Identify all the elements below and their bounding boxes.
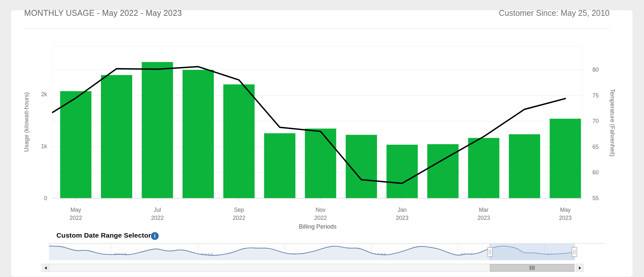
scrollbar-grip-icon xyxy=(529,266,535,270)
page-title: MONTHLY USAGE - May 2022 - May 2023 xyxy=(24,8,182,18)
scrollbar-left-arrow[interactable] xyxy=(42,264,49,272)
left-arrow-icon xyxy=(45,266,47,270)
range-scrollbar xyxy=(42,264,584,272)
range-selector-title: Custom Date Range Selector xyxy=(56,231,151,239)
scrollbar-thumb[interactable] xyxy=(490,264,574,272)
header-divider xyxy=(24,28,610,29)
scrollbar-right-arrow[interactable] xyxy=(576,264,583,272)
customer-since: Customer Since: May 25, 2010 xyxy=(499,8,609,18)
info-icon[interactable]: i xyxy=(151,232,159,240)
right-arrow-icon xyxy=(579,266,581,270)
